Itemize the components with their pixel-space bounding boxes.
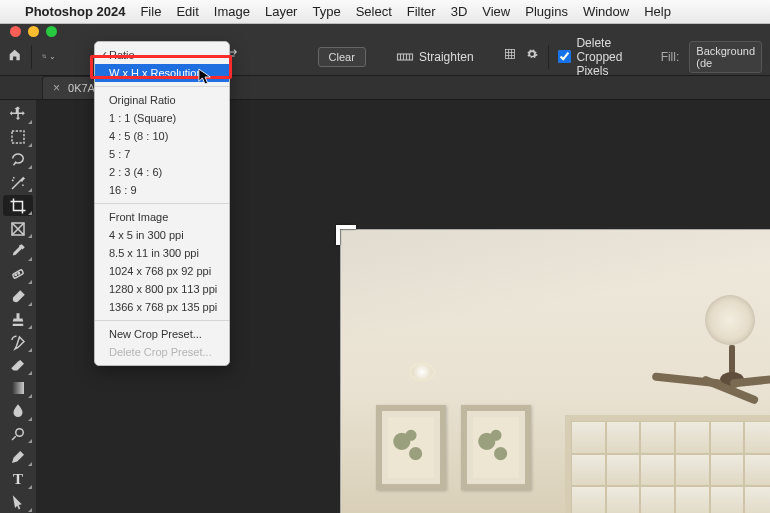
menu-item-1366x768[interactable]: 1366 x 768 px 135 ppi <box>95 298 229 316</box>
svg-rect-2 <box>12 131 24 143</box>
svg-point-6 <box>18 273 20 275</box>
move-tool[interactable] <box>3 104 33 125</box>
menu-item-new-preset[interactable]: New Crop Preset... <box>95 325 229 343</box>
window-zoom-icon[interactable] <box>46 26 57 37</box>
menu-plugins[interactable]: Plugins <box>525 4 568 19</box>
document-canvas[interactable] <box>341 230 770 513</box>
menu-view[interactable]: View <box>482 4 510 19</box>
svg-point-5 <box>15 274 17 276</box>
menu-item-front-image[interactable]: Front Image <box>95 208 229 226</box>
window-close-icon[interactable] <box>10 26 21 37</box>
menu-item-2-3[interactable]: 2 : 3 (4 : 6) <box>95 163 229 181</box>
stamp-tool[interactable] <box>3 309 33 330</box>
type-tool[interactable]: T <box>3 469 33 490</box>
menu-item-1024x768[interactable]: 1024 x 768 px 92 ppi <box>95 262 229 280</box>
menu-separator <box>95 203 229 204</box>
crop-tool[interactable] <box>3 195 33 216</box>
menu-edit[interactable]: Edit <box>176 4 198 19</box>
menu-item-4-5[interactable]: 4 : 5 (8 : 10) <box>95 127 229 145</box>
healing-tool[interactable] <box>3 264 33 285</box>
fill-label: Fill: <box>661 50 680 64</box>
straighten-button[interactable]: Straighten <box>396 50 474 64</box>
overlay-grid-icon[interactable] <box>504 48 516 66</box>
svg-rect-7 <box>12 382 24 394</box>
window-titlebar <box>0 24 770 38</box>
menu-separator <box>95 320 229 321</box>
menu-item-4x5[interactable]: 4 x 5 in 300 ppi <box>95 226 229 244</box>
menu-select[interactable]: Select <box>356 4 392 19</box>
menu-layer[interactable]: Layer <box>265 4 298 19</box>
separator <box>31 45 32 69</box>
delete-cropped-label: Delete Cropped Pixels <box>576 36 650 78</box>
cursor-icon <box>198 68 212 86</box>
menu-window[interactable]: Window <box>583 4 629 19</box>
menu-3d[interactable]: 3D <box>451 4 468 19</box>
menu-item-ratio[interactable]: Ratio <box>95 46 229 64</box>
svg-point-8 <box>16 429 24 437</box>
tab-title: 0K7A <box>68 82 95 94</box>
settings-gear-icon[interactable] <box>526 48 538 66</box>
pen-tool[interactable] <box>3 446 33 467</box>
menu-image[interactable]: Image <box>214 4 250 19</box>
lasso-tool[interactable] <box>3 150 33 171</box>
menu-item-1-1[interactable]: 1 : 1 (Square) <box>95 109 229 127</box>
brush-tool[interactable] <box>3 287 33 308</box>
gradient-tool[interactable] <box>3 378 33 399</box>
crop-preset-menu: Ratio W x H x Resolution Original Ratio … <box>94 41 230 366</box>
menu-separator <box>95 86 229 87</box>
toolbox: T <box>0 100 36 513</box>
menu-item-original-ratio[interactable]: Original Ratio <box>95 91 229 109</box>
delete-cropped-checkbox[interactable]: Delete Cropped Pixels <box>558 36 650 78</box>
mac-menubar: Photoshop 2024 File Edit Image Layer Typ… <box>0 0 770 24</box>
clear-button[interactable]: Clear <box>318 47 366 67</box>
separator <box>548 45 549 69</box>
crop-preset-dropdown[interactable]: ⌄ <box>42 47 55 67</box>
delete-cropped-input[interactable] <box>558 50 571 63</box>
menu-item-delete-preset: Delete Crop Preset... <box>95 343 229 361</box>
dodge-tool[interactable] <box>3 424 33 445</box>
marquee-tool[interactable] <box>3 127 33 148</box>
menu-type[interactable]: Type <box>312 4 340 19</box>
wand-tool[interactable] <box>3 172 33 193</box>
svg-rect-0 <box>397 54 412 60</box>
eraser-tool[interactable] <box>3 355 33 376</box>
home-icon[interactable] <box>8 48 21 66</box>
path-tool[interactable] <box>3 492 33 513</box>
tab-close-icon[interactable]: × <box>53 81 60 95</box>
fill-select[interactable]: Background (de <box>689 41 762 73</box>
image-content <box>705 295 755 345</box>
blur-tool[interactable] <box>3 401 33 422</box>
menu-file[interactable]: File <box>140 4 161 19</box>
menu-item-16-9[interactable]: 16 : 9 <box>95 181 229 199</box>
menu-help[interactable]: Help <box>644 4 671 19</box>
menu-item-8p5x11[interactable]: 8.5 x 11 in 300 ppi <box>95 244 229 262</box>
straighten-label: Straighten <box>419 50 474 64</box>
frame-tool[interactable] <box>3 218 33 239</box>
eyedropper-tool[interactable] <box>3 241 33 262</box>
history-brush-tool[interactable] <box>3 332 33 353</box>
svg-rect-1 <box>505 49 514 58</box>
window-minimize-icon[interactable] <box>28 26 39 37</box>
menu-item-5-7[interactable]: 5 : 7 <box>95 145 229 163</box>
menu-filter[interactable]: Filter <box>407 4 436 19</box>
crop-handle-top-left[interactable] <box>336 225 356 245</box>
app-name[interactable]: Photoshop 2024 <box>25 4 125 19</box>
menu-item-1280x800[interactable]: 1280 x 800 px 113 ppi <box>95 280 229 298</box>
